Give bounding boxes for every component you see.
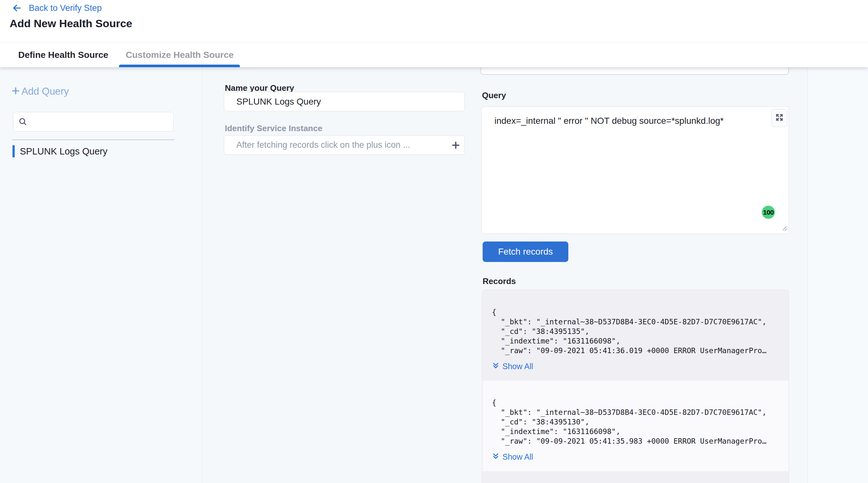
tab-bar: Define Health Source Customize Health So… xyxy=(0,42,868,67)
query-label: Query xyxy=(482,91,506,100)
record-json-line: { xyxy=(492,398,779,407)
query-name-input[interactable] xyxy=(224,92,465,111)
right-panel-edge xyxy=(808,67,868,483)
back-link-label[interactable]: Back to Verify Step xyxy=(29,3,102,13)
record-json-line: "_raw": "09-09-2021 05:41:36.019 +0000 E… xyxy=(492,346,779,355)
active-tab-underline xyxy=(119,65,240,67)
expand-icon xyxy=(775,113,784,123)
query-search-box xyxy=(13,112,174,131)
arrow-left-icon xyxy=(11,3,22,13)
query-textarea[interactable]: index=_internal " error " NOT debug sour… xyxy=(481,107,789,234)
selected-indicator-bar xyxy=(12,145,15,157)
expand-query-button[interactable] xyxy=(771,109,787,127)
chevron-double-down-icon xyxy=(492,453,500,461)
add-query-label: Add Query xyxy=(22,86,69,97)
resize-handle-icon[interactable] xyxy=(780,223,788,233)
show-all-label: Show All xyxy=(502,452,533,461)
identify-service-instance-label: Identify Service Instance xyxy=(225,123,322,133)
sidebar-divider xyxy=(12,140,174,140)
query-editor: index=_internal " error " NOT debug sour… xyxy=(481,107,789,234)
record-json-line: "_indextime": "1631166098", xyxy=(492,336,779,346)
record-json-line: "_cd": "38:4395130", xyxy=(492,417,779,427)
service-instance-field xyxy=(224,135,465,155)
record-json-line: "_raw": "09-09-2021 05:41:35.983 +0000 E… xyxy=(492,436,779,446)
record-card: { "_bkt": "_internal~38~D537D8B4-3EC0-4D… xyxy=(482,290,789,381)
plus-icon xyxy=(451,147,461,151)
record-count-badge: 100 xyxy=(762,206,775,219)
records-label: Records xyxy=(483,276,516,286)
page-header: Back to Verify Step Add New Health Sourc… xyxy=(0,0,868,42)
record-json-line: "_bkt": "_internal~38~D537D8B4-3EC0-4D5E… xyxy=(492,407,779,417)
record-json-line: "_bkt": "_internal~38~D537D8B4-3EC0-4D5E… xyxy=(492,317,779,327)
tab-customize-health-source[interactable]: Customize Health Source xyxy=(126,42,234,67)
tab-define-health-source[interactable]: Define Health Source xyxy=(18,42,108,67)
record-card: { "_bkt": "_internal~38~D537D8B4-3EC0-4D… xyxy=(482,381,789,471)
show-all-link[interactable]: Show All xyxy=(492,452,533,461)
add-service-instance-button[interactable] xyxy=(451,140,461,150)
add-query-button[interactable]: Add Query xyxy=(10,86,69,97)
service-instance-input[interactable] xyxy=(224,135,465,155)
sidebar-item-splunk-logs-query[interactable]: SPLUNK Logs Query xyxy=(12,145,107,158)
record-card-partial xyxy=(482,471,789,483)
fetch-records-button[interactable]: Fetch records xyxy=(483,241,568,262)
record-json-line: "_cd": "38:4395135", xyxy=(492,327,779,336)
query-sidebar: Add Query SPLUNK Logs Query xyxy=(0,67,202,483)
show-all-link[interactable]: Show All xyxy=(492,362,533,371)
record-json-line: "_indextime": "1631166098", xyxy=(492,427,779,436)
show-all-label: Show All xyxy=(502,362,533,371)
page-title: Add New Health Source xyxy=(9,17,132,30)
plus-icon xyxy=(10,86,21,97)
back-link[interactable]: Back to Verify Step xyxy=(11,3,102,13)
search-input[interactable] xyxy=(32,114,169,129)
content-area: Add Query SPLUNK Logs Query Name your Qu… xyxy=(0,67,868,483)
sidebar-item-label: SPLUNK Logs Query xyxy=(20,146,107,157)
chevron-double-down-icon xyxy=(492,362,500,371)
records-container: { "_bkt": "_internal~38~D537D8B4-3EC0-4D… xyxy=(482,290,789,483)
record-json-line: { xyxy=(492,307,779,317)
